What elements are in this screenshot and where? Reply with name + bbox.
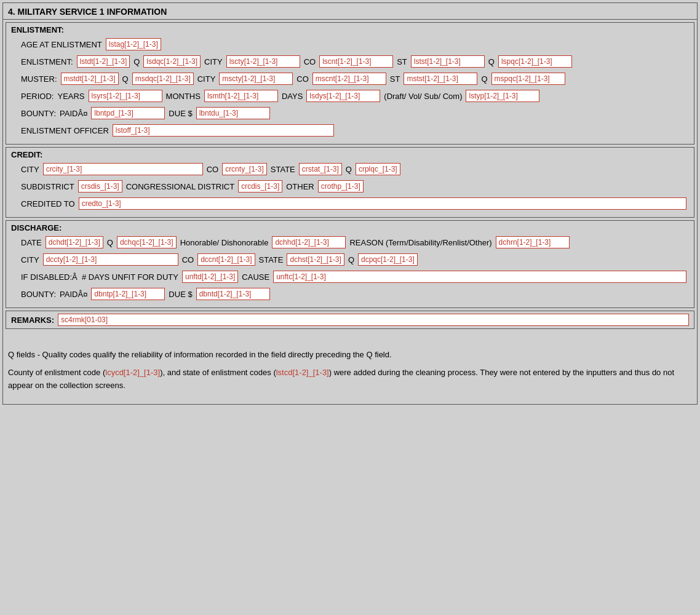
discharge-bounty-paid-field[interactable]: dbntp[1-2]_[1-3] bbox=[91, 288, 165, 300]
credit-other-field[interactable]: crothp_[1-3] bbox=[318, 180, 364, 192]
credit-co-field[interactable]: crcnty_[1-3] bbox=[222, 163, 267, 175]
discharge-bounty-due-field[interactable]: dbntd[1-2]_[1-3] bbox=[196, 288, 270, 300]
bounty-prefix: BOUNTY: bbox=[21, 109, 56, 118]
discharge-reason-label: REASON (Term/Disability/Renlist/Other) bbox=[349, 238, 491, 247]
discharge-honorable-label: Honorable/ Dishonorable bbox=[180, 238, 269, 247]
period-row: PERIOD: YEARS lsyrs[1-2]_[1-3] MONTHS ls… bbox=[6, 87, 694, 105]
credit-section: CREDIT: CITY crcity_[1-3] CO crcnty_[1-3… bbox=[6, 147, 694, 218]
credit-subdistrict-field[interactable]: crsdis_[1-3] bbox=[78, 180, 122, 192]
enlistment-q-label: Q bbox=[133, 57, 140, 66]
muster-row: MUSTER: mstdt[1-2]_[1-3] Q msdqc[1-2]_[1… bbox=[6, 70, 694, 87]
discharge-co-field[interactable]: dccnt[1-2]_[1-3] bbox=[197, 253, 255, 266]
footer-line2-pre: County of enlistment code ( bbox=[8, 368, 105, 377]
bounty-due-field[interactable]: lbntdu_[1-3] bbox=[196, 107, 270, 119]
officer-row: ENLISTMENT OFFICER lstoff_[1-3] bbox=[6, 122, 694, 139]
credited-row: CREDITED TO credto_[1-3] bbox=[6, 195, 694, 212]
discharge-date-field[interactable]: dchdt[1-2]_[1-3] bbox=[46, 236, 103, 248]
footer-section: Q fields - Quality codes qualify the rel… bbox=[3, 341, 697, 404]
credit-state-label: STATE bbox=[271, 165, 295, 174]
discharge-q-field[interactable]: dchqc[1-2]_[1-3] bbox=[117, 236, 177, 248]
age-label: AGE AT ENLISTMENT bbox=[21, 40, 102, 49]
discharge-label: DISCHARGE: bbox=[6, 221, 694, 234]
footer-link2: lstcd[1-2]_[1-3] bbox=[276, 368, 329, 377]
muster-q2-field[interactable]: mspqc[1-2]_[1-3] bbox=[491, 73, 565, 85]
footer-line2: County of enlistment code (lcycd[1-2]_[1… bbox=[8, 367, 692, 392]
period-years-label: YEARS bbox=[57, 92, 84, 101]
discharge-date-row: DATE dchdt[1-2]_[1-3] Q dchqc[1-2]_[1-3]… bbox=[6, 234, 694, 251]
discharge-q2-field[interactable]: dcpqc[1-2]_[1-3] bbox=[358, 253, 418, 266]
period-draft-field[interactable]: lstyp[1-2]_[1-3] bbox=[466, 90, 539, 102]
credit-city-field[interactable]: crcity_[1-3] bbox=[43, 163, 203, 175]
discharge-state-field[interactable]: dchst[1-2]_[1-3] bbox=[287, 253, 344, 266]
enlistment-q2-field[interactable]: lspqc[1-2]_[1-3] bbox=[498, 55, 572, 68]
discharge-city-row: CITY dccty[1-2]_[1-3] CO dccnt[1-2]_[1-3… bbox=[6, 251, 694, 268]
bounty-paid-label: PAIDÂ¤ bbox=[60, 109, 87, 118]
period-days-label: DAYS bbox=[282, 92, 303, 101]
credit-district-row: SUBDISTRICT crsdis_[1-3] CONGRESSIONAL D… bbox=[6, 178, 694, 195]
remarks-field[interactable]: sc4rmk[01-03] bbox=[58, 314, 689, 326]
credit-city-row: CITY crcity_[1-3] CO crcnty_[1-3] STATE … bbox=[6, 161, 694, 178]
muster-city-label: CITY bbox=[197, 74, 216, 84]
period-days-field[interactable]: lsdys[1-2]_[1-3] bbox=[306, 90, 380, 102]
discharge-disabled-field[interactable]: unftd[1-2]_[1-3] bbox=[182, 271, 238, 283]
credit-city-label: CITY bbox=[21, 165, 39, 174]
page: 4. MILITARY SERVICE 1 INFORMATION ENLIST… bbox=[0, 2, 700, 615]
muster-co-label: CO bbox=[296, 74, 309, 84]
discharge-section: DISCHARGE: DATE dchdt[1-2]_[1-3] Q dchqc… bbox=[6, 220, 694, 308]
discharge-date-label: DATE bbox=[21, 238, 42, 247]
discharge-reason-field[interactable]: dchrn[1-2]_[1-3] bbox=[496, 236, 570, 248]
enlistment-co-field[interactable]: lscnt[1-2]_[1-3] bbox=[319, 55, 393, 68]
discharge-bounty-paid-label: PAIDÂ¤ bbox=[60, 290, 87, 299]
discharge-cause-label: CAUSE bbox=[242, 272, 269, 282]
period-months-field[interactable]: lsmth[1-2]_[1-3] bbox=[204, 90, 278, 102]
credit-subdistrict-label: SUBDISTRICT bbox=[21, 182, 74, 191]
bounty-paid-field[interactable]: lbntpd_[1-3] bbox=[91, 107, 165, 119]
enlistment-q-field[interactable]: lsdqc[1-2]_[1-3] bbox=[143, 55, 201, 68]
officer-label: ENLISTMENT OFFICER bbox=[21, 126, 109, 135]
credit-state-field[interactable]: crstat_[1-3] bbox=[299, 163, 342, 175]
page-title: 4. MILITARY SERVICE 1 INFORMATION bbox=[3, 3, 697, 20]
discharge-cause-field[interactable]: unftc[1-2]_[1-3] bbox=[273, 271, 686, 283]
discharge-honorable-field[interactable]: dchhd[1-2]_[1-3] bbox=[272, 236, 346, 248]
credit-other-label: OTHER bbox=[286, 182, 314, 191]
bounty-row: BOUNTY: PAIDÂ¤ lbntpd_[1-3] DUE $ lbntdu… bbox=[6, 105, 694, 122]
discharge-city-label: CITY bbox=[21, 255, 39, 264]
muster-date-field[interactable]: mstdt[1-2]_[1-3] bbox=[61, 73, 119, 85]
muster-q-field[interactable]: msdqc[1-2]_[1-3] bbox=[132, 73, 194, 85]
enlistment-co-label: CO bbox=[304, 57, 316, 66]
age-field[interactable]: lstag[1-2]_[1-3] bbox=[106, 38, 161, 50]
credit-co-label: CO bbox=[207, 165, 219, 174]
main-section: 4. MILITARY SERVICE 1 INFORMATION ENLIST… bbox=[2, 2, 698, 405]
credit-label: CREDIT: bbox=[6, 148, 694, 161]
credited-field[interactable]: credto_[1-3] bbox=[79, 197, 686, 210]
discharge-co-label: CO bbox=[182, 255, 194, 264]
period-prefix: PERIOD: bbox=[21, 92, 54, 101]
credited-label: CREDITED TO bbox=[21, 199, 75, 208]
credit-q-field[interactable]: crplqc_[1-3] bbox=[356, 163, 400, 175]
muster-st-field[interactable]: mstst[1-2]_[1-3] bbox=[404, 73, 477, 85]
credit-q-label: Q bbox=[346, 165, 352, 174]
period-years-field[interactable]: lsyrs[1-2]_[1-3] bbox=[89, 90, 162, 102]
enlistment-st-field[interactable]: lstst[1-2]_[1-3] bbox=[411, 55, 485, 68]
enlistment-row: ENLISTMENT: lstdt[1-2]_[1-3] Q lsdqc[1-2… bbox=[6, 53, 694, 70]
discharge-city-field[interactable]: dccty[1-2]_[1-3] bbox=[43, 253, 178, 266]
period-draft-label: (Draft/ Vol/ Sub/ Com) bbox=[384, 92, 462, 101]
officer-field[interactable]: lstoff_[1-3] bbox=[113, 124, 334, 137]
discharge-bounty-row: BOUNTY: PAIDÂ¤ dbntp[1-2]_[1-3] DUE $ db… bbox=[6, 285, 694, 303]
muster-prefix: MUSTER: bbox=[21, 74, 57, 84]
credit-congressional-field[interactable]: crcdis_[1-3] bbox=[238, 180, 282, 192]
muster-q-label: Q bbox=[122, 74, 129, 84]
discharge-q-label: Q bbox=[107, 238, 113, 247]
remarks-label: REMARKS: bbox=[11, 315, 54, 325]
credit-congressional-label: CONGRESSIONAL DISTRICT bbox=[126, 182, 234, 191]
muster-st-label: ST bbox=[390, 74, 400, 84]
footer-link1: lcycd[1-2]_[1-3] bbox=[105, 368, 160, 377]
enlistment-city-field[interactable]: lscty[1-2]_[1-3] bbox=[226, 55, 300, 68]
muster-city-field[interactable]: mscty[1-2]_[1-3] bbox=[219, 73, 293, 85]
muster-q2-label: Q bbox=[481, 74, 487, 84]
discharge-bounty-prefix: BOUNTY: bbox=[21, 290, 56, 299]
period-months-label: MONTHS bbox=[166, 92, 201, 101]
muster-co-field[interactable]: mscnt[1-2]_[1-3] bbox=[312, 73, 386, 85]
enlistment-date-field[interactable]: lstdt[1-2]_[1-3] bbox=[77, 55, 130, 68]
footer-line2-mid: ), and state of enlistment codes ( bbox=[160, 368, 276, 377]
